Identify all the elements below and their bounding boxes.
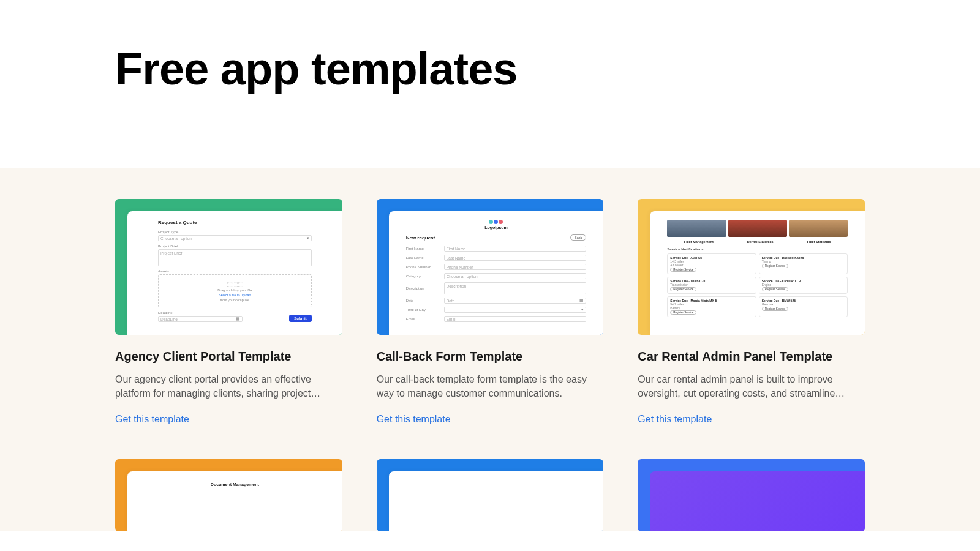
template-title: Agency Client Portal Template bbox=[115, 350, 342, 364]
thumbnail-preview bbox=[650, 471, 865, 531]
thumbnail-preview bbox=[389, 471, 604, 531]
preview-row: Last NameLast Name bbox=[406, 255, 587, 261]
preview-heading: Request a Quote bbox=[158, 220, 312, 225]
preview-field-label: Project Type bbox=[158, 230, 312, 234]
template-card bbox=[377, 459, 604, 531]
template-thumbnail[interactable]: Document Management bbox=[115, 459, 342, 531]
thumbnail-preview: Fleet ManagementRental StatisticsFleet S… bbox=[650, 211, 865, 335]
template-card: Document Management bbox=[115, 459, 342, 531]
preview-date-input: DeadLine▦ bbox=[158, 316, 243, 322]
preview-notification-card: Service Due - Daewoo KalinaTimingRegiste… bbox=[759, 253, 848, 274]
preview-field-label: Time of Day bbox=[406, 308, 440, 312]
preview-back-button: Back bbox=[570, 234, 586, 241]
thumbnail-preview: Request a Quote Project Type Choose an o… bbox=[127, 211, 342, 335]
chevron-down-icon: ▾ bbox=[581, 307, 584, 312]
calendar-icon: ▦ bbox=[579, 298, 584, 303]
preview-field-label: Deadline bbox=[158, 311, 243, 315]
templates-grid: Request a Quote Project Type Choose an o… bbox=[115, 199, 865, 531]
template-thumbnail[interactable] bbox=[638, 459, 865, 531]
preview-input: Last Name bbox=[444, 255, 587, 261]
template-description: Our car rental admin panel is built to i… bbox=[638, 372, 865, 400]
template-title: Car Rental Admin Panel Template bbox=[638, 350, 865, 364]
upload-icon: ⬚⬚⬚ bbox=[227, 280, 243, 287]
preview-row: Phone NumberPhone Number bbox=[406, 264, 587, 270]
chevron-down-icon: ▾ bbox=[307, 236, 309, 241]
template-card: Fleet ManagementRental StatisticsFleet S… bbox=[638, 199, 865, 425]
template-card: Request a Quote Project Type Choose an o… bbox=[115, 199, 342, 425]
preview-field-label: Phone Number bbox=[406, 265, 440, 269]
calendar-icon: ▦ bbox=[236, 317, 240, 321]
preview-notification-card: Service Due - Audi A514.3 milesAir coole… bbox=[667, 253, 756, 274]
thumbnail-preview: Document Management bbox=[127, 471, 342, 531]
preview-field-label: Email bbox=[406, 317, 440, 321]
template-description: Our call-back template form template is … bbox=[377, 372, 604, 400]
preview-select: Choose an option▾ bbox=[158, 235, 312, 241]
template-description: Our agency client portal provides an eff… bbox=[115, 372, 342, 400]
preview-tab: Fleet Statistics bbox=[807, 240, 831, 244]
preview-textarea: Project Brief bbox=[158, 249, 312, 266]
template-thumbnail[interactable] bbox=[377, 459, 604, 531]
template-title: Call-Back Form Template bbox=[377, 350, 604, 364]
thumbnail-preview: Logoipsum New request Back First NameFir… bbox=[389, 211, 604, 335]
preview-input: Choose an option bbox=[444, 273, 587, 279]
preview-tab: Rental Statistics bbox=[747, 240, 774, 244]
preview-dropzone: ⬚⬚⬚ Drag and drop your file Select a fil… bbox=[158, 274, 312, 307]
preview-notification-card: Service Due - Mazda Miata MX-594.7 miles… bbox=[667, 296, 756, 317]
preview-field-label: Project Brief bbox=[158, 244, 312, 248]
templates-section: Request a Quote Project Type Choose an o… bbox=[0, 168, 980, 531]
preview-row: CategoryChoose an option bbox=[406, 273, 587, 279]
preview-notification-card: Service Due - BMW 525GearboxRegister Ser… bbox=[759, 296, 848, 317]
preview-image bbox=[728, 220, 787, 237]
preview-notification-card: Service Due - Volvo C70TransmissionRegis… bbox=[667, 277, 756, 294]
preview-field-label: Category bbox=[406, 274, 440, 278]
get-template-link[interactable]: Get this template bbox=[377, 414, 604, 425]
preview-heading: New request bbox=[406, 235, 435, 241]
preview-submit-button: Submit bbox=[289, 315, 311, 322]
preview-logo: Logoipsum bbox=[406, 220, 587, 230]
template-card: Logoipsum New request Back First NameFir… bbox=[377, 199, 604, 425]
template-thumbnail[interactable]: Fleet ManagementRental StatisticsFleet S… bbox=[638, 199, 865, 335]
get-template-link[interactable]: Get this template bbox=[115, 414, 342, 425]
preview-notification-card: Service Due - Cadillac XLREngineRegister… bbox=[759, 277, 848, 294]
preview-field-label: Description bbox=[406, 287, 440, 290]
preview-input: Phone Number bbox=[444, 264, 587, 270]
preview-select: ▾ bbox=[444, 307, 587, 313]
get-template-link[interactable]: Get this template bbox=[638, 414, 865, 425]
preview-section-title: Service Notifications: bbox=[667, 247, 848, 251]
preview-image bbox=[789, 220, 848, 237]
hero: Free app templates bbox=[0, 0, 980, 168]
template-card bbox=[638, 459, 865, 531]
preview-heading: Document Management bbox=[145, 480, 325, 487]
page-title: Free app templates bbox=[115, 43, 865, 95]
preview-field-label: Date bbox=[406, 299, 440, 302]
preview-row: First NameFirst Name bbox=[406, 246, 587, 252]
preview-tab: Fleet Management bbox=[684, 240, 714, 244]
preview-input: First Name bbox=[444, 246, 587, 252]
preview-field-label: Last Name bbox=[406, 256, 440, 260]
template-thumbnail[interactable]: Logoipsum New request Back First NameFir… bbox=[377, 199, 604, 335]
preview-field-label: Assets bbox=[158, 269, 312, 273]
preview-textarea: Description bbox=[444, 282, 587, 294]
template-thumbnail[interactable]: Request a Quote Project Type Choose an o… bbox=[115, 199, 342, 335]
preview-tabs: Fleet ManagementRental StatisticsFleet S… bbox=[667, 240, 848, 244]
preview-date-input: Date▦ bbox=[444, 298, 587, 304]
preview-input: Email bbox=[444, 316, 587, 322]
preview-image bbox=[667, 220, 726, 237]
preview-field-label: First Name bbox=[406, 247, 440, 250]
